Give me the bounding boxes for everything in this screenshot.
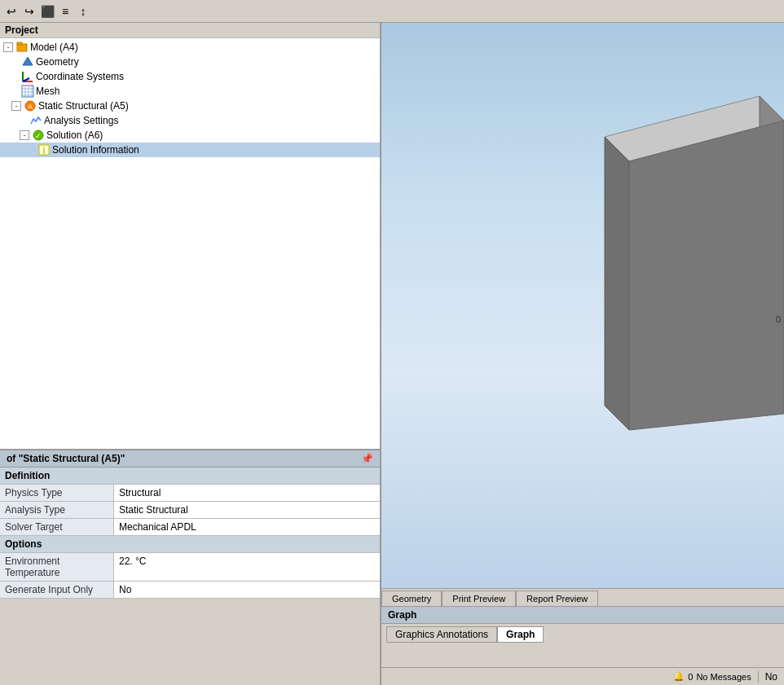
prop-row-generate-input: Generate Input Only No	[0, 582, 380, 599]
coordinate-label: Coordinate Systems	[36, 71, 124, 82]
properties-panel: of "Static Structural (A5)" 📌 Definition…	[0, 449, 380, 685]
static-structural-label: Static Structural (A5)	[38, 100, 129, 112]
prop-val-env-temp: 22. °C	[114, 553, 380, 581]
analysis-settings-icon	[29, 114, 42, 127]
status-divider	[758, 671, 759, 683]
geometry-icon	[21, 55, 34, 68]
tree-item-model[interactable]: - Model (A4)	[0, 40, 380, 55]
prop-val-physics-type: Structural	[114, 485, 380, 501]
expand-solution[interactable]: -	[20, 130, 29, 140]
3d-viewport[interactable]: 0 Geometry Print Preview Report Preview	[381, 23, 784, 606]
model-label: Model (A4)	[30, 42, 78, 53]
solution-icon: ✓	[32, 129, 45, 142]
prop-key-env-temp: Environment Temperature	[0, 553, 114, 581]
toolbar-icon-5[interactable]: ↕	[75, 3, 91, 20]
content-area: Project - Model (A4)	[0, 23, 784, 685]
svg-text:A: A	[28, 103, 33, 111]
svg-text:i: i	[43, 145, 46, 156]
3d-box-svg	[597, 72, 784, 479]
project-label: Project	[0, 23, 380, 38]
solution-info-icon: i	[37, 143, 51, 156]
toolbar-icon-4[interactable]: ≡	[57, 3, 73, 20]
solution-label: Solution (A6)	[46, 130, 103, 141]
properties-title: of "Static Structural (A5)" 📌	[0, 450, 380, 468]
messages-status: 🔔 0 No Messages	[673, 671, 751, 682]
tree-item-analysis-settings[interactable]: Analysis Settings	[0, 113, 380, 128]
toolbar-icon-2[interactable]: ↪	[21, 3, 37, 20]
prop-key-generate-input: Generate Input Only	[0, 582, 114, 598]
prop-val-generate-input: No	[114, 582, 380, 598]
tree-item-solution-information[interactable]: i Solution Information	[0, 143, 380, 157]
prop-row-env-temp: Environment Temperature 22. °C	[0, 553, 380, 582]
graph-title: Graph	[381, 607, 784, 624]
svg-marker-22	[629, 121, 784, 430]
tree-view: - Model (A4) Geometry	[0, 38, 380, 449]
tree-item-coordinate-systems[interactable]: Coordinate Systems	[0, 69, 380, 84]
prop-key-solver-target: Solver Target	[0, 519, 114, 535]
status-right: 🔔 0 No Messages No	[667, 671, 784, 683]
messages-label: No Messages	[696, 672, 751, 682]
viewport-tabs: Geometry Print Preview Report Preview	[381, 588, 784, 606]
tab-graphics-annotations[interactable]: Graphics Annotations	[386, 626, 497, 643]
solution-information-label: Solution Information	[52, 144, 139, 156]
coord-indicator: 0	[776, 314, 781, 324]
right-panel: 0 Geometry Print Preview Report Preview	[381, 23, 784, 685]
status-right-label: No	[765, 671, 777, 683]
svg-text:✓: ✓	[35, 132, 42, 140]
messages-count: 0	[688, 672, 693, 682]
toolbar: ↩ ↪ ⬛ ≡ ↕	[0, 0, 784, 23]
tab-report-preview[interactable]: Report Preview	[516, 591, 598, 606]
properties-title-text: of "Static Structural (A5)"	[7, 453, 125, 464]
prop-val-solver-target: Mechanical APDL	[114, 519, 380, 535]
prop-section-definition: Definition	[0, 468, 380, 485]
status-bar: 🔔 0 No Messages No	[381, 667, 784, 685]
tab-graph[interactable]: Graph	[497, 626, 544, 643]
expand-static[interactable]: -	[11, 101, 21, 111]
tab-print-preview[interactable]: Print Preview	[442, 591, 516, 606]
prop-key-analysis-type: Analysis Type	[0, 502, 114, 518]
model-icon	[15, 41, 29, 54]
coordinate-icon	[21, 70, 34, 83]
prop-section-options: Options	[0, 536, 380, 553]
bell-icon: 🔔	[673, 671, 685, 682]
svg-rect-1	[17, 42, 22, 45]
static-structural-icon: A	[24, 99, 37, 112]
tree-item-static-structural[interactable]: - A Static Structural (A5)	[0, 99, 380, 113]
graph-section: Graph Graphics Annotations Graph	[381, 606, 784, 667]
svg-marker-21	[605, 137, 629, 430]
graph-tabs: Graphics Annotations Graph	[381, 624, 784, 645]
mesh-icon	[21, 85, 34, 98]
prop-row-physics-type: Physics Type Structural	[0, 485, 380, 502]
toolbar-icon-1[interactable]: ↩	[3, 3, 20, 20]
left-panel: Project - Model (A4)	[0, 23, 381, 685]
tree-item-geometry[interactable]: Geometry	[0, 55, 380, 69]
prop-row-solver-target: Solver Target Mechanical APDL	[0, 519, 380, 536]
main-container: ↩ ↪ ⬛ ≡ ↕ Project - Model (A4)	[0, 0, 784, 685]
tab-geometry[interactable]: Geometry	[381, 591, 442, 606]
mesh-label: Mesh	[36, 86, 59, 97]
tree-item-solution[interactable]: - ✓ Solution (A6)	[0, 128, 380, 143]
geometry-label: Geometry	[36, 56, 79, 68]
prop-key-physics-type: Physics Type	[0, 485, 114, 501]
toolbar-icon-3[interactable]: ⬛	[39, 3, 55, 20]
properties-content: Definition Physics Type Structural Analy…	[0, 468, 380, 599]
prop-val-analysis-type: Static Structural	[114, 502, 380, 518]
analysis-settings-label: Analysis Settings	[44, 115, 118, 126]
svg-marker-2	[23, 57, 33, 65]
pin-icon[interactable]: 📌	[361, 453, 373, 464]
expand-model[interactable]: -	[3, 42, 13, 52]
prop-row-analysis-type: Analysis Type Static Structural	[0, 502, 380, 519]
tree-item-mesh[interactable]: Mesh	[0, 84, 380, 99]
